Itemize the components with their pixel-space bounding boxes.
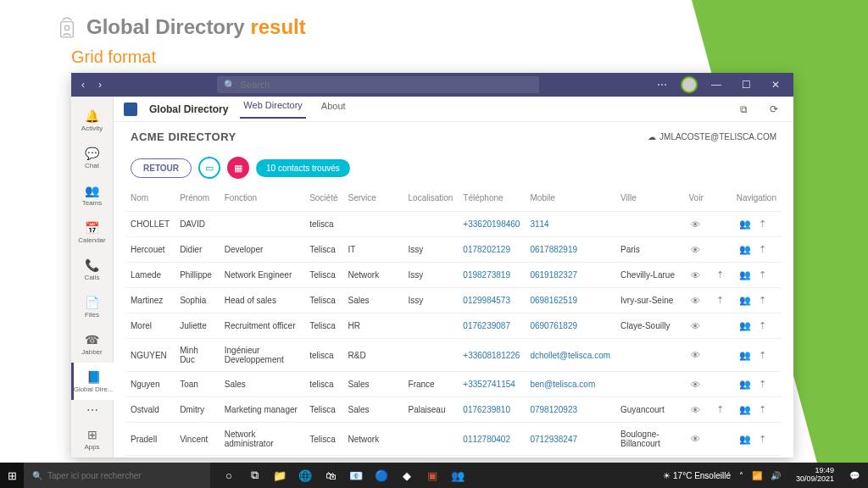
rail-item-files[interactable]: 📄Files (71, 288, 114, 325)
people-icon[interactable]: 👥 (737, 404, 754, 414)
eye-icon[interactable]: 👁 (688, 245, 703, 255)
cell-telephone[interactable]: 0176239087 (458, 313, 525, 339)
cell-mobile[interactable]: ben@telisca.com (525, 372, 615, 397)
col-header[interactable]: Mobile (525, 185, 615, 212)
people-icon[interactable]: 👥 (737, 295, 754, 305)
close-icon[interactable]: ✕ (765, 79, 787, 91)
more-icon[interactable]: ⋯ (650, 79, 674, 91)
col-header[interactable]: Fonction (220, 185, 304, 212)
hierarchy-up-icon[interactable]: ⇡ (714, 404, 726, 414)
card-view-button[interactable]: ▭ (198, 157, 220, 179)
rail-item-calls[interactable]: 📞Calls (71, 251, 114, 288)
cell-mobile[interactable]: 3114 (525, 212, 615, 237)
nav-up-icon[interactable]: ⇡ (756, 269, 769, 280)
clock[interactable]: 19:49 30/09/2021 (789, 467, 841, 484)
rail-item-teams[interactable]: 👥Teams (71, 176, 114, 214)
rail-item-calendar[interactable]: 📅Calendar (71, 214, 114, 251)
back-button[interactable]: RETOUR (131, 158, 192, 178)
avatar[interactable] (681, 76, 698, 93)
eye-icon[interactable]: 👁 (688, 296, 703, 306)
teams-icon[interactable]: 👥 (446, 463, 470, 488)
cell-telephone[interactable]: 0112780402 (458, 423, 525, 456)
cell-mobile[interactable]: 0798120923 (525, 397, 615, 423)
cell-telephone[interactable]: 0198273819 (458, 263, 525, 288)
people-icon[interactable]: 👥 (737, 379, 754, 389)
col-header[interactable]: Ville (615, 185, 683, 212)
rail-item-jabber[interactable]: ☎Jabber (71, 325, 114, 363)
cell-mobile[interactable]: 0617882919 (525, 237, 615, 263)
cell-telephone[interactable]: 0178202129 (458, 237, 525, 263)
cell-mobile[interactable]: 0712938247 (525, 423, 615, 456)
maximize-icon[interactable]: ☐ (735, 79, 758, 91)
rail-item-activity[interactable]: 🔔Activity (71, 102, 114, 139)
global-search[interactable]: 🔍 (217, 76, 539, 93)
nav-up-icon[interactable]: ⇡ (756, 350, 769, 360)
people-icon[interactable]: 👥 (737, 219, 754, 229)
cell-telephone[interactable]: +33608181226 (458, 339, 525, 372)
nav-up-icon[interactable]: ⇡ (756, 320, 769, 330)
browser-icon[interactable]: 🔵 (370, 463, 393, 488)
outlook-icon[interactable]: 📧 (344, 463, 368, 488)
cortana-icon[interactable]: ○ (217, 463, 241, 488)
eye-icon[interactable]: 👁 (688, 380, 703, 390)
tray-chevron-icon[interactable]: ˄ (739, 471, 743, 480)
refresh-icon[interactable]: ⟳ (765, 103, 783, 115)
rail-item-chat[interactable]: 💬Chat (71, 139, 114, 176)
eye-icon[interactable]: 👁 (688, 219, 703, 230)
people-icon[interactable]: 👥 (737, 350, 754, 360)
cell-mobile[interactable]: 0690761829 (525, 313, 615, 339)
col-header[interactable] (709, 185, 732, 212)
people-icon[interactable]: 👥 (737, 269, 754, 280)
people-icon[interactable]: 👥 (737, 244, 754, 254)
people-icon[interactable]: 👥 (737, 320, 754, 330)
grid-view-button[interactable]: ▦ (227, 157, 249, 179)
col-header[interactable]: Société (304, 185, 342, 212)
rail-item-apps[interactable]: ⊞Apps (71, 420, 114, 458)
nav-back-icon[interactable]: ‹ (78, 79, 88, 91)
hierarchy-up-icon[interactable]: ⇡ (714, 295, 726, 305)
tab-web-directory[interactable]: Web Directory (240, 100, 305, 119)
hierarchy-up-icon[interactable]: ⇡ (714, 269, 726, 280)
col-header[interactable]: Nom (125, 185, 175, 212)
eye-icon[interactable]: 👁 (688, 405, 703, 415)
col-header[interactable]: Prénom (175, 185, 220, 212)
nav-up-icon[interactable]: ⇡ (756, 219, 769, 229)
ppt-icon[interactable]: ▣ (420, 463, 444, 488)
taskview-icon[interactable]: ⧉ (242, 463, 266, 488)
taskbar-search[interactable]: 🔍 (24, 463, 210, 488)
store-icon[interactable]: 🛍 (319, 463, 342, 488)
eye-icon[interactable]: 👁 (688, 321, 703, 331)
col-header[interactable]: Téléphone (458, 185, 525, 212)
popout-icon[interactable]: ⧉ (735, 103, 753, 115)
explorer-icon[interactable]: 📁 (268, 463, 292, 488)
cell-telephone[interactable]: +33620198460 (458, 212, 525, 237)
cell-telephone[interactable]: +3352741154 (458, 372, 525, 397)
nav-up-icon[interactable]: ⇡ (756, 434, 769, 444)
cell-telephone[interactable]: 0123785490 (458, 456, 525, 458)
start-button[interactable]: ⊞ (0, 463, 24, 488)
eye-icon[interactable]: 👁 (688, 270, 703, 280)
cell-mobile[interactable]: dchollet@telisca.com (525, 339, 615, 372)
col-header[interactable]: Service (343, 185, 403, 212)
rail-item-global-dire-[interactable]: 📘Global Dire... (71, 363, 114, 400)
volume-icon[interactable]: 🔊 (771, 471, 781, 480)
col-header[interactable]: Navigation (732, 185, 782, 212)
nav-forward-icon[interactable]: › (95, 79, 105, 91)
nav-up-icon[interactable]: ⇡ (756, 404, 769, 414)
taskbar-search-input[interactable] (47, 471, 202, 480)
cell-telephone[interactable]: 0176239810 (458, 397, 525, 423)
vs-icon[interactable]: ◆ (395, 463, 419, 488)
cell-telephone[interactable]: 0129984573 (458, 288, 525, 313)
cell-mobile[interactable]: 0619182327 (525, 263, 615, 288)
nav-up-icon[interactable]: ⇡ (756, 379, 769, 389)
eye-icon[interactable]: 👁 (688, 434, 703, 444)
col-header[interactable]: Localisation (403, 185, 459, 212)
notifications-icon[interactable]: 💬 (849, 471, 860, 480)
weather-widget[interactable]: ☀ 17°C Ensoleillé (663, 471, 731, 480)
wifi-icon[interactable]: 📶 (752, 471, 762, 480)
edge-icon[interactable]: 🌐 (293, 463, 317, 488)
tab-about[interactable]: About (318, 101, 349, 118)
nav-up-icon[interactable]: ⇡ (756, 295, 769, 305)
cell-mobile[interactable]: 0698162519 (525, 288, 615, 313)
search-input[interactable] (241, 80, 532, 90)
